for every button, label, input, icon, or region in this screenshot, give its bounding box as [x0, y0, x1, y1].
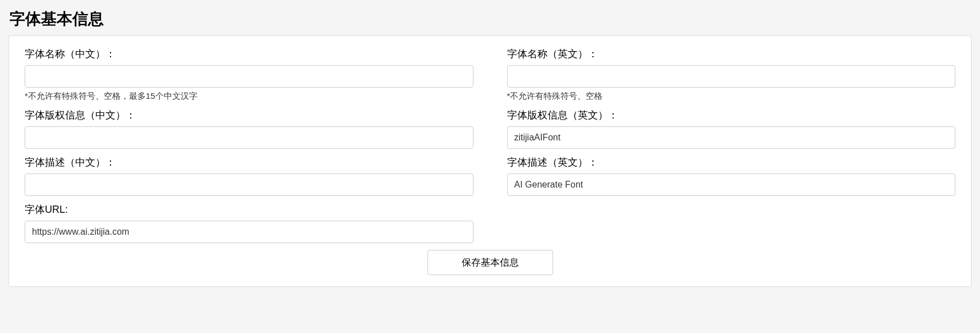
label-copyright-en: 字体版权信息（英文）： [507, 108, 956, 122]
form-group-desc-en: 字体描述（英文）： [507, 156, 956, 196]
label-name-cn: 字体名称（中文）： [25, 47, 473, 61]
font-info-form: 字体名称（中文）： *不允许有特殊符号、空格，最多15个中文汉字 字体名称（英文… [8, 35, 972, 287]
label-url: 字体URL: [25, 203, 473, 216]
form-row-copyright: 字体版权信息（中文）： 字体版权信息（英文）： [25, 108, 955, 149]
page-title: 字体基本信息 [10, 8, 972, 30]
label-desc-cn: 字体描述（中文）： [25, 156, 473, 169]
form-group-desc-cn: 字体描述（中文）： [25, 156, 473, 196]
form-group-copyright-en: 字体版权信息（英文）： [507, 108, 956, 149]
input-name-cn[interactable] [25, 65, 473, 88]
input-desc-en[interactable] [507, 174, 956, 196]
form-group-copyright-cn: 字体版权信息（中文）： [25, 108, 473, 149]
form-group-name-en: 字体名称（英文）： *不允许有特殊符号、空格 [507, 47, 956, 102]
input-copyright-en[interactable] [507, 126, 956, 149]
form-group-name-cn: 字体名称（中文）： *不允许有特殊符号、空格，最多15个中文汉字 [25, 47, 473, 102]
label-name-en: 字体名称（英文）： [507, 47, 956, 61]
hint-name-cn: *不允许有特殊符号、空格，最多15个中文汉字 [25, 91, 473, 102]
form-row-url: 字体URL: [25, 203, 955, 243]
form-row-name: 字体名称（中文）： *不允许有特殊符号、空格，最多15个中文汉字 字体名称（英文… [25, 47, 955, 102]
save-button[interactable]: 保存基本信息 [427, 250, 553, 275]
label-desc-en: 字体描述（英文）： [507, 156, 956, 169]
hint-name-en: *不允许有特殊符号、空格 [507, 91, 956, 102]
input-desc-cn[interactable] [25, 174, 473, 196]
form-group-url: 字体URL: [25, 203, 473, 243]
input-copyright-cn[interactable] [25, 126, 473, 149]
input-name-en[interactable] [507, 65, 956, 88]
label-copyright-cn: 字体版权信息（中文）： [25, 108, 473, 122]
input-url[interactable] [25, 221, 473, 243]
form-row-description: 字体描述（中文）： 字体描述（英文）： [25, 156, 955, 196]
button-row: 保存基本信息 [25, 250, 955, 275]
